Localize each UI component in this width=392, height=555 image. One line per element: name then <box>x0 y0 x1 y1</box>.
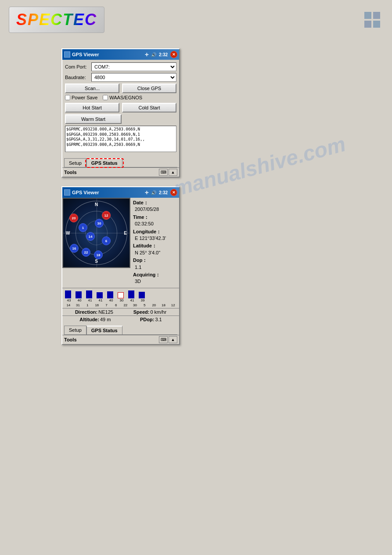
sat-id-18: 18 <box>159 303 168 307</box>
gps-status-body: N S E W 20 12 1 30 14 6 16 22 18 <box>62 198 179 323</box>
titlebar-cross-icon[interactable]: ✛ <box>145 52 148 57</box>
tab-gps-status-1[interactable]: GPS Status <box>86 158 122 167</box>
compass-east: E <box>124 231 127 236</box>
sat-ids-row: 14 31 1 16 7 6 22 30 5 20 18 12 <box>64 303 177 307</box>
pdop-label: PDop: <box>140 317 154 322</box>
tab-setup-1[interactable]: Setup <box>64 158 86 167</box>
warm-start-button[interactable]: Warm Start <box>65 114 122 124</box>
speed-value: 0 km/hr <box>150 309 166 315</box>
sat-id-14: 14 <box>64 303 73 307</box>
direction-stat: Direction: NE125 <box>75 309 113 315</box>
power-save-item: Power Save <box>65 95 97 100</box>
waas-checkbox[interactable] <box>103 95 108 100</box>
header-icon <box>361 9 383 31</box>
sat-id-5: 5 <box>140 303 149 307</box>
hot-start-button[interactable]: Hot Start <box>65 103 119 112</box>
sat-30: 30 <box>95 219 104 228</box>
signal-bar-41b: 41 <box>96 289 105 302</box>
dop-row: Dop： 1.1 <box>133 257 176 271</box>
svg-rect-2 <box>364 21 371 28</box>
nmea-textarea[interactable]: $GPRMC,093238.000,A,2503.0669,N $GPGGA,0… <box>65 126 176 152</box>
baudrate-select[interactable]: 4800 9600 19200 <box>91 73 176 82</box>
titlebar-close-btn-2[interactable]: ✕ <box>170 189 177 196</box>
scan-button[interactable]: Scan... <box>65 83 119 93</box>
baudrate-row: Baudrate: 4800 9600 19200 <box>65 73 176 82</box>
longitude-row: Longitude： E 121°33'42.3' <box>133 229 176 242</box>
keyboard-icon-1[interactable]: ⌨ <box>159 169 168 176</box>
comport-label: Com Port: <box>65 64 91 69</box>
baudrate-label: Baudrate: <box>65 75 91 80</box>
altitude-value: 49 m <box>100 317 111 322</box>
time-row: Time： 02:32:50 <box>133 214 176 228</box>
up-arrow-icon-2[interactable]: ▲ <box>169 336 177 343</box>
titlebar-controls-2: ✛ 🔊 2:32 ✕ <box>145 189 177 196</box>
dop-label: Dop： <box>133 257 176 264</box>
direction-value: NE125 <box>98 309 113 315</box>
power-save-checkbox[interactable] <box>65 95 70 100</box>
titlebar-speaker-icon-2[interactable]: 🔊 <box>151 190 156 195</box>
sat-22: 22 <box>82 248 90 257</box>
comport-select[interactable]: COM7: COM1: COM2: COM3: <box>91 62 176 71</box>
altitude-label: Altitude: <box>79 317 99 322</box>
titlebar-left-2: GPS Viewer <box>64 189 99 196</box>
gps-viewer-window-1: GPS Viewer ✛ 🔊 2:32 ✕ Com Port: COM7: CO… <box>61 48 180 178</box>
pdop-value: 3.1 <box>155 317 162 322</box>
longitude-value: E 121°33'42.3' <box>133 235 176 242</box>
window-title-2: GPS Viewer <box>72 190 99 195</box>
toolbar-1: Tools ⌨ ▲ <box>62 167 179 177</box>
titlebar-controls-1: ✛ 🔊 2:32 ✕ <box>145 51 177 58</box>
tab-gps-status-2[interactable]: GPS Status <box>86 326 122 334</box>
altitude-stat: Altitude: 49 m <box>79 317 111 322</box>
titlebar-time-2: 2:32 <box>159 190 168 195</box>
signal-bar-30: 30 <box>117 289 126 302</box>
close-gps-button[interactable]: Close GPS <box>122 83 176 93</box>
scan-close-row: Scan... Close GPS <box>65 83 176 93</box>
keyboard-icon-2[interactable]: ⌨ <box>159 336 168 343</box>
sat-id-30: 30 <box>131 303 140 307</box>
titlebar-cross-icon-2[interactable]: ✛ <box>145 190 148 195</box>
speed-stat: Speed: 0 km/hr <box>133 309 166 315</box>
titlebar-close-btn-1[interactable]: ✕ <box>170 51 177 58</box>
signal-bar-40: 40 <box>75 289 84 302</box>
up-arrow-icon-1[interactable]: ▲ <box>169 169 177 176</box>
svg-rect-1 <box>373 12 380 19</box>
wm-icon-1 <box>64 51 70 58</box>
signal-bars-row: 43 40 41 41 <box>64 289 177 302</box>
waas-label: WAAS/EGNOS <box>109 95 142 100</box>
checkbox-row: Power Save WAAS/EGNOS <box>65 95 176 100</box>
sat-18: 18 <box>94 250 103 259</box>
titlebar-speaker-icon[interactable]: 🔊 <box>151 52 156 57</box>
info-panel: Date： 2007/05/28 Time： 02:32:50 Longitud… <box>130 198 179 288</box>
date-row: Date： 2007/05/28 <box>133 200 176 213</box>
compass-north: N <box>95 202 98 207</box>
acquiring-row: Acquiring： 3D <box>133 272 176 285</box>
tab-bar-2: Setup GPS Status <box>64 326 177 335</box>
sat-12: 12 <box>102 211 111 220</box>
titlebar-2: GPS Viewer ✛ 🔊 2:32 ✕ <box>62 187 179 198</box>
toolbar-icons-2: ⌨ ▲ <box>159 336 177 343</box>
cold-start-button[interactable]: Cold Start <box>122 103 176 112</box>
page-header: SPECTEC <box>0 0 392 40</box>
bottom-stats: Direction: NE125 Speed: 0 km/hr <box>62 308 179 316</box>
date-label: Date： <box>133 200 176 206</box>
main-content: GPS Viewer ✛ 🔊 2:32 ✕ Com Port: COM7: CO… <box>0 40 392 363</box>
sat-id-6: 6 <box>111 303 120 307</box>
tab-setup-2[interactable]: Setup <box>64 326 86 334</box>
sky-view: N S E W 20 12 1 30 14 6 16 22 18 <box>62 198 130 268</box>
svg-rect-3 <box>373 21 380 28</box>
latitude-row: Latitude： N 25° 3'4.0" <box>133 243 176 256</box>
latitude-value: N 25° 3'4.0" <box>133 250 176 256</box>
direction-label: Direction: <box>75 309 97 315</box>
toolbar-2: Tools ⌨ ▲ <box>62 335 179 344</box>
svg-rect-0 <box>364 12 371 19</box>
date-value: 2007/05/28 <box>133 206 176 213</box>
signal-bar-41a: 41 <box>85 289 95 302</box>
waas-item: WAAS/EGNOS <box>103 95 142 100</box>
sat-id-16: 16 <box>93 303 101 307</box>
power-save-label: Power Save <box>72 95 97 100</box>
signal-section: 43 40 41 41 <box>62 288 179 308</box>
toolbar-icons-1: ⌨ ▲ <box>159 169 177 176</box>
hot-cold-row: Hot Start Cold Start <box>65 103 176 112</box>
sat-6: 6 <box>102 236 111 245</box>
comport-row: Com Port: COM7: COM1: COM2: COM3: <box>65 62 176 71</box>
